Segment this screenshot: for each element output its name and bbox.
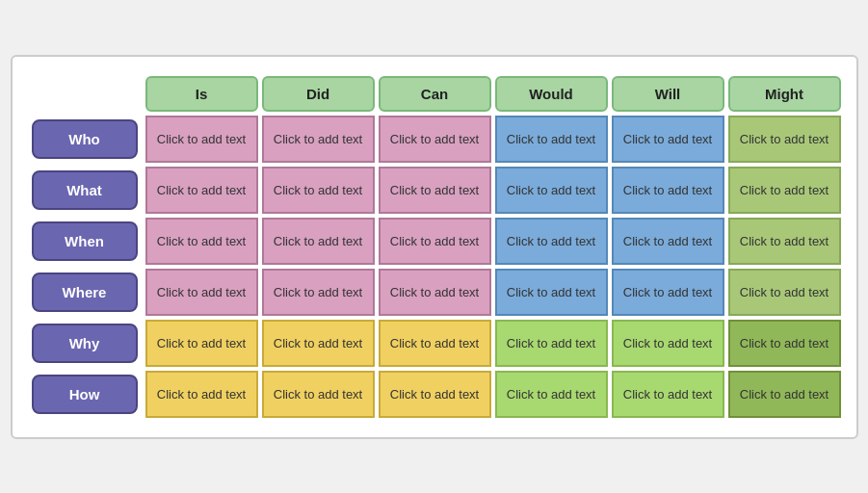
row-why: Why Click to add text Click to add text … [28, 320, 841, 367]
row-header-who-cell: Who [28, 116, 142, 163]
cell-why-will[interactable]: Click to add text [612, 320, 724, 367]
col-header-will-label: Will [612, 76, 724, 112]
cell-where-did[interactable]: Click to add text [262, 269, 375, 316]
cell-how-will[interactable]: Click to add text [612, 371, 724, 418]
row-header-when: When [32, 221, 138, 261]
col-header-would-label: Would [495, 76, 608, 112]
grid-table: Is Did Can Would Will Might [24, 72, 845, 422]
col-header-will: Will [612, 76, 724, 112]
cell-where-is[interactable]: Click to add text [145, 269, 258, 316]
cell-who-did[interactable]: Click to add text [262, 116, 375, 163]
row-header-where: Where [32, 272, 138, 312]
row-header-why: Why [32, 324, 138, 363]
col-header-might: Might [728, 76, 841, 112]
col-header-is-label: Is [145, 76, 258, 112]
cell-how-would[interactable]: Click to add text [495, 371, 608, 418]
row-header-what: What [32, 170, 138, 210]
row-how: How Click to add text Click to add text … [28, 371, 841, 418]
cell-who-is[interactable]: Click to add text [145, 116, 258, 163]
row-what: What Click to add text Click to add text… [28, 167, 841, 214]
cell-how-can[interactable]: Click to add text [379, 371, 491, 418]
cell-how-might[interactable]: Click to add text [728, 371, 841, 418]
cell-when-is[interactable]: Click to add text [145, 218, 258, 265]
cell-when-can[interactable]: Click to add text [379, 218, 491, 265]
cell-why-is[interactable]: Click to add text [145, 320, 258, 367]
cell-what-did[interactable]: Click to add text [262, 167, 375, 214]
cell-how-did[interactable]: Click to add text [262, 371, 375, 418]
cell-who-will[interactable]: Click to add text [612, 116, 724, 163]
corner-cell [28, 76, 142, 112]
cell-what-might[interactable]: Click to add text [728, 167, 841, 214]
cell-when-will[interactable]: Click to add text [612, 218, 724, 265]
cell-what-is[interactable]: Click to add text [145, 167, 258, 214]
row-header-where-cell: Where [28, 269, 142, 316]
row-when: When Click to add text Click to add text… [28, 218, 841, 265]
cell-who-would[interactable]: Click to add text [495, 116, 608, 163]
cell-how-is[interactable]: Click to add text [145, 371, 258, 418]
row-header-how: How [32, 375, 138, 414]
grid-container: Is Did Can Would Will Might [11, 55, 858, 439]
cell-why-would[interactable]: Click to add text [495, 320, 608, 367]
col-header-would: Would [495, 76, 608, 112]
cell-where-would[interactable]: Click to add text [495, 269, 608, 316]
cell-where-can[interactable]: Click to add text [379, 269, 491, 316]
cell-where-might[interactable]: Click to add text [728, 269, 841, 316]
cell-what-would[interactable]: Click to add text [495, 167, 608, 214]
col-header-can-label: Can [379, 76, 491, 112]
col-header-can: Can [379, 76, 491, 112]
row-where: Where Click to add text Click to add tex… [28, 269, 841, 316]
cell-where-will[interactable]: Click to add text [612, 269, 724, 316]
cell-why-did[interactable]: Click to add text [262, 320, 375, 367]
col-header-did-label: Did [262, 76, 375, 112]
row-who: Who Click to add text Click to add text … [28, 116, 841, 163]
cell-why-can[interactable]: Click to add text [379, 320, 491, 367]
cell-what-will[interactable]: Click to add text [612, 167, 724, 214]
col-header-might-label: Might [728, 76, 841, 112]
cell-when-did[interactable]: Click to add text [262, 218, 375, 265]
col-header-did: Did [262, 76, 375, 112]
cell-when-would[interactable]: Click to add text [495, 218, 608, 265]
row-header-how-cell: How [28, 371, 142, 418]
cell-when-might[interactable]: Click to add text [728, 218, 841, 265]
row-header-who: Who [32, 119, 138, 159]
cell-who-might[interactable]: Click to add text [728, 116, 841, 163]
cell-who-can[interactable]: Click to add text [379, 116, 491, 163]
cell-what-can[interactable]: Click to add text [379, 167, 491, 214]
col-header-is: Is [145, 76, 258, 112]
row-header-what-cell: What [28, 167, 142, 214]
cell-why-might[interactable]: Click to add text [728, 320, 841, 367]
row-header-why-cell: Why [28, 320, 142, 367]
row-header-when-cell: When [28, 218, 142, 265]
